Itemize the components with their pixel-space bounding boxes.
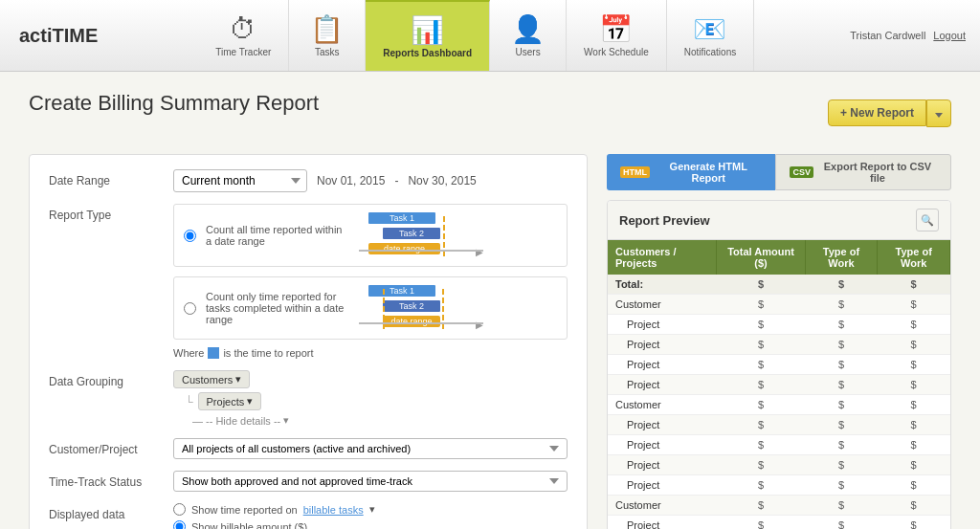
table-row: Project $ $ $ [608,335,950,355]
col-header-total: Total Amount ($) [717,240,805,275]
projects-tag[interactable]: Projects ▾ [198,392,262,410]
dropdown-arrow: ▾ [369,503,375,516]
date-range-label-2: date range [383,316,440,327]
right-panel: HTML Generate HTML Report CSV Export Rep… [607,154,951,529]
tab-notifications[interactable]: 📧 Notifications [667,0,754,71]
tab-work-schedule[interactable]: 📅 Work Schedule [567,0,667,71]
date-range-control: Current month Last month Custom range No… [173,169,568,192]
tab-tasks[interactable]: 📋 Tasks [289,0,366,71]
table-row: Customer $ $ $ [608,295,950,315]
hide-details-icon: ▾ [283,414,289,427]
hide-details-label: -- Hide details -- [206,415,280,427]
report-preview: Report Preview 🔍 Customers / Projects To… [607,200,951,529]
date-range-label-1: date range [368,243,440,254]
time-track-status-select[interactable]: Show both approved and not approved time… [173,471,568,492]
table-row: Project $ $ $ [608,315,950,335]
row-type1: $ [805,315,878,335]
report-type-radio-2[interactable] [184,302,196,315]
gantt-diagram-2: Task 1 Task 2 date range [359,285,483,331]
header: actiTIME ⏱ Time Tracker 📋 Tasks 📊 Report… [0,0,980,72]
row-name: Project [608,375,717,395]
displayed-data-options: Show time reported on billable tasks ▾ S… [173,503,568,529]
export-csv-label: Export Report to CSV file [818,161,937,184]
col-header-type1: Type of Work [805,240,878,275]
generate-html-button[interactable]: HTML Generate HTML Report [607,154,775,190]
row-type1: $ [805,395,878,415]
tab-reports-label: Reports Dashboard [383,48,472,58]
tab-reports[interactable]: 📊 Reports Dashboard [366,0,490,71]
tab-time-tracker[interactable]: ⏱ Time Tracker [198,0,289,71]
displayed-data-option-1: Show time reported on billable tasks ▾ [173,503,568,516]
data-grouping-row: Data Grouping Customers ▾ └ [49,370,568,427]
schedule-icon: 📅 [599,13,633,45]
row-type1: $ [805,496,878,516]
row-type2: $ [878,475,950,496]
report-type-radio-1[interactable] [184,230,196,242]
preview-search-button[interactable]: 🔍 [916,209,939,231]
row-total: $ [717,475,805,496]
html-tag: HTML [620,166,650,178]
page-title: Create Billing Summary Report [29,91,319,116]
hide-details-line: — [192,415,203,427]
form-section: Date Range Current month Last month Cust… [29,154,588,529]
row-total: $ [717,435,805,455]
customers-tag[interactable]: Customers ▾ [173,370,250,388]
table-row: Customer $ $ $ [608,395,950,415]
logout-link[interactable]: Logout [933,30,966,41]
date-range-row: Date Range Current month Last month Cust… [49,169,568,192]
new-report-dropdown-button[interactable] [926,99,951,127]
new-report-button[interactable]: + New Report [828,99,926,126]
timeline-line-1 [359,250,483,252]
data-grouping-control: Customers ▾ └ Projects ▾ [173,370,568,427]
displayed-data-option-2-text: Show billable amount ($) [191,521,307,530]
gantt-timeline-1: date range ▶ [359,243,483,258]
report-option-2-text: Count only time reported for tasks compl… [206,291,349,325]
table-row: Project $ $ $ [608,375,950,395]
row-type2: $ [878,295,950,315]
row-type2: $ [878,375,950,395]
displayed-data-option-1-text: Show time reported on [191,504,298,516]
gantt-diagram-1: Task 1 Task 2 date range ▶ [359,212,483,258]
reports-icon: 📊 [411,14,444,46]
generate-html-label: Generate HTML Report [655,161,762,184]
data-grouping-label: Data Grouping [49,370,173,388]
main-content: Create Billing Summary Report + New Repo… [0,72,980,529]
date-range-select[interactable]: Current month Last month Custom range [173,169,307,192]
customers-group-row: Customers ▾ [173,370,568,388]
displayed-data-radio-2[interactable] [173,520,186,529]
report-type-label: Report Type [49,204,173,222]
row-total: $ [717,395,805,415]
projects-group-row: └ Projects ▾ [173,392,568,410]
tree-line: └ [185,395,193,408]
new-report-button-group: + New Report [828,99,951,127]
date-from: Nov 01, 2015 [317,174,385,187]
table-row: Customer $ $ $ [608,496,950,516]
row-type2: $ [878,335,950,355]
displayed-data-radio-1[interactable] [173,503,186,516]
row-type1: $ [805,516,878,530]
grouping-area: Customers ▾ └ Projects ▾ [173,370,568,427]
hide-details-button[interactable]: — -- Hide details -- ▾ [192,414,568,427]
col-header-type2: Type of Work [878,240,950,275]
nav-tabs: ⏱ Time Tracker 📋 Tasks 📊 Reports Dashboa… [117,0,835,71]
table-row: Project $ $ $ [608,516,950,530]
customer-project-select[interactable]: All projects of all customers (active an… [173,438,568,459]
app-logo: actiTIME [0,25,117,47]
report-option-1: Count all time reported within a date ra… [173,204,568,267]
gantt-bar-task1: Task 1 [368,212,435,224]
gantt-bar-task3: Task 1 [368,285,435,297]
row-type1: $ [805,355,878,375]
row-total: $ [717,315,805,335]
row-name: Project [608,335,717,355]
billable-tasks-link[interactable]: billable tasks [303,504,364,516]
clock-icon: ⏱ [230,13,256,45]
row-total: $ [717,295,805,315]
table-row: Project $ $ $ [608,355,950,375]
left-panel: Date Range Current month Last month Cust… [29,154,588,529]
where-text: Where is the time to report [173,347,568,359]
export-csv-button[interactable]: CSV Export Report to CSV file [775,154,951,190]
customer-project-row: Customer/Project All projects of all cus… [49,438,568,459]
row-total: $ [717,516,805,530]
col-header-projects: Customers / Projects [608,240,717,275]
tab-users[interactable]: 👤 Users [490,0,567,71]
